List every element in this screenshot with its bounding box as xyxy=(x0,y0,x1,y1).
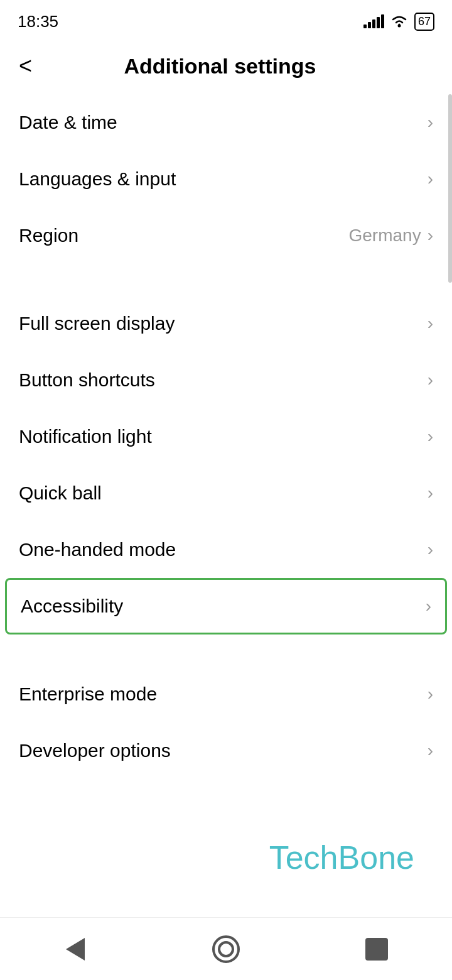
status-bar: 18:35 67 xyxy=(0,0,452,38)
nav-home-icon xyxy=(212,935,240,963)
settings-right-accessibility: › xyxy=(426,596,431,616)
battery-icon: 67 xyxy=(414,13,434,31)
status-time: 18:35 xyxy=(18,12,58,31)
settings-label-developer-options: Developer options xyxy=(19,740,171,761)
settings-label-date-time: Date & time xyxy=(19,112,117,133)
settings-item-quick-ball[interactable]: Quick ball› xyxy=(0,465,452,521)
settings-item-region[interactable]: RegionGermany› xyxy=(0,207,452,264)
chevron-right-icon-date-time: › xyxy=(428,112,433,133)
header: < Additional settings xyxy=(0,38,452,94)
settings-value-region: Germany xyxy=(349,226,421,246)
settings-item-one-handed-mode[interactable]: One-handed mode› xyxy=(0,521,452,578)
chevron-right-icon-region: › xyxy=(428,226,433,246)
signal-icon xyxy=(363,14,384,28)
settings-item-accessibility[interactable]: Accessibility› xyxy=(5,578,447,634)
nav-recent-icon xyxy=(365,938,388,961)
chevron-right-icon-enterprise-mode: › xyxy=(428,684,433,704)
chevron-right-icon-developer-options: › xyxy=(428,741,433,761)
settings-label-one-handed-mode: One-handed mode xyxy=(19,539,176,560)
settings-item-date-time[interactable]: Date & time› xyxy=(0,94,452,151)
settings-right-one-handed-mode: › xyxy=(428,540,433,560)
settings-right-button-shortcuts: › xyxy=(428,370,433,390)
nav-back-button[interactable] xyxy=(50,924,100,974)
settings-label-enterprise-mode: Enterprise mode xyxy=(19,683,157,705)
settings-item-full-screen-display[interactable]: Full screen display› xyxy=(0,295,452,352)
settings-label-notification-light: Notification light xyxy=(19,426,152,447)
settings-item-button-shortcuts[interactable]: Button shortcuts› xyxy=(0,352,452,408)
settings-right-developer-options: › xyxy=(428,741,433,761)
settings-item-enterprise-mode[interactable]: Enterprise mode› xyxy=(0,666,452,722)
settings-right-full-screen-display: › xyxy=(428,313,433,334)
section-gap xyxy=(0,634,452,666)
chevron-right-icon-one-handed-mode: › xyxy=(428,540,433,560)
settings-label-region: Region xyxy=(19,225,78,246)
back-button[interactable]: < xyxy=(13,53,45,79)
chevron-right-icon-button-shortcuts: › xyxy=(428,370,433,390)
chevron-right-icon-accessibility: › xyxy=(426,596,431,616)
settings-label-languages-input: Languages & input xyxy=(19,168,176,190)
settings-item-developer-options[interactable]: Developer options› xyxy=(0,722,452,779)
chevron-right-icon-languages-input: › xyxy=(428,169,433,189)
chevron-right-icon-quick-ball: › xyxy=(428,483,433,503)
nav-back-icon xyxy=(66,938,85,961)
nav-bar xyxy=(0,917,452,980)
page-title: Additional settings xyxy=(45,54,433,79)
nav-recent-button[interactable] xyxy=(352,924,402,974)
chevron-right-icon-notification-light: › xyxy=(428,427,433,447)
settings-list: Date & time›Languages & input›RegionGerm… xyxy=(0,94,452,779)
watermark: TechBone xyxy=(269,839,414,876)
chevron-right-icon-full-screen-display: › xyxy=(428,313,433,334)
settings-label-quick-ball: Quick ball xyxy=(19,482,102,504)
settings-label-accessibility: Accessibility xyxy=(21,596,123,617)
settings-right-region: Germany› xyxy=(349,226,433,246)
settings-right-languages-input: › xyxy=(428,169,433,189)
wifi-icon xyxy=(390,14,408,28)
settings-label-button-shortcuts: Button shortcuts xyxy=(19,369,155,391)
settings-right-date-time: › xyxy=(428,112,433,133)
nav-home-button[interactable] xyxy=(201,924,251,974)
svg-point-0 xyxy=(397,24,401,28)
settings-right-notification-light: › xyxy=(428,427,433,447)
status-icons: 67 xyxy=(363,13,434,31)
settings-label-full-screen-display: Full screen display xyxy=(19,313,175,334)
section-gap xyxy=(0,264,452,295)
settings-item-notification-light[interactable]: Notification light› xyxy=(0,408,452,465)
settings-right-enterprise-mode: › xyxy=(428,684,433,704)
settings-right-quick-ball: › xyxy=(428,483,433,503)
settings-item-languages-input[interactable]: Languages & input› xyxy=(0,151,452,207)
